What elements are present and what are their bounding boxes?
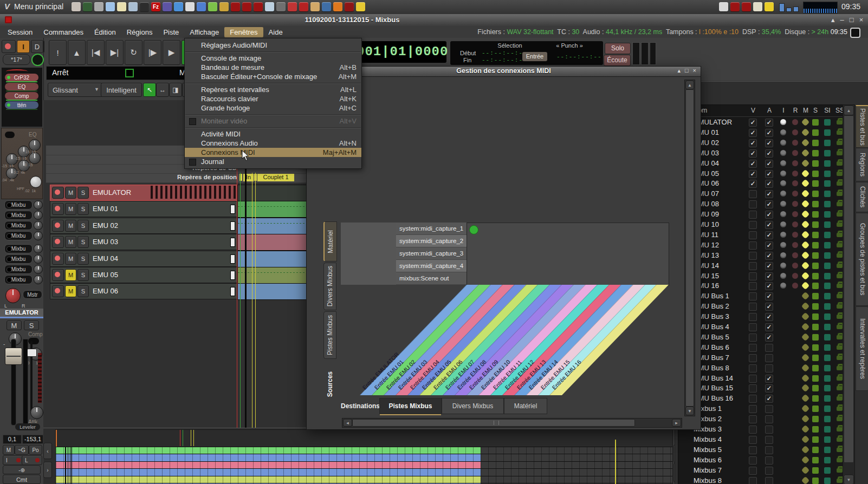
solo-isolate-icon[interactable] (824, 324, 831, 330)
list-row-mixbus-3[interactable]: Mixbus 3 (678, 424, 843, 434)
mute-icon[interactable] (801, 455, 810, 464)
active-checkbox[interactable]: ✓ (765, 384, 773, 393)
list-row-emu-bus-14[interactable]: EMU Bus 14✓ (678, 373, 843, 383)
active-checkbox[interactable] (765, 364, 773, 372)
search-icon[interactable] (106, 2, 115, 11)
list-row-emu-bus-1[interactable]: EMU Bus 1✓ (678, 291, 843, 301)
visible-checkbox[interactable]: ✓ (749, 170, 757, 178)
visible-checkbox[interactable]: ✓ (749, 149, 757, 158)
active-checkbox[interactable]: ✓ (765, 303, 773, 311)
solo-icon[interactable] (812, 344, 819, 351)
active-checkbox[interactable]: ✓ (765, 200, 773, 208)
menu-item-activit-midi[interactable]: Activité MIDI (185, 129, 361, 139)
solo-icon[interactable] (812, 375, 819, 382)
solo-lock-icon[interactable] (837, 458, 843, 462)
column-header-ss[interactable]: SS (835, 107, 843, 114)
strip-rec-button[interactable] (2, 40, 16, 53)
track-mute-button[interactable]: M (65, 203, 76, 215)
solo-isolate-icon[interactable] (824, 355, 831, 361)
solo-lock-icon[interactable] (837, 366, 843, 370)
track-solo-button[interactable]: S (77, 253, 89, 265)
solo-isolate-icon[interactable] (824, 252, 831, 259)
send-knob-7[interactable] (34, 265, 43, 274)
active-checkbox[interactable]: ✓ (765, 180, 773, 188)
solo-isolate-icon[interactable] (824, 334, 831, 341)
go-to-start-button[interactable]: |◀ (87, 40, 105, 65)
menu-affichage[interactable]: Affichage (184, 27, 224, 37)
active-checkbox[interactable]: ✓ (765, 252, 773, 260)
rec-enable-icon[interactable] (792, 191, 798, 197)
solo-isolate-icon[interactable] (824, 405, 831, 412)
solo-icon[interactable] (812, 395, 819, 402)
panel-tab-pistes-et-bus[interactable]: Pistes et bus (856, 105, 868, 148)
mute-icon[interactable] (801, 271, 810, 280)
wrench-icon[interactable] (719, 2, 728, 11)
list-row-emu-bus-16[interactable]: EMU Bus 16✓ (678, 393, 843, 403)
active-checkbox[interactable] (765, 354, 773, 362)
visible-checkbox[interactable] (749, 446, 757, 454)
solo-lock-icon[interactable] (837, 181, 843, 186)
visible-checkbox[interactable] (749, 313, 757, 321)
column-header-m[interactable]: M (801, 107, 810, 114)
active-checkbox[interactable]: ✓ (765, 129, 773, 137)
red-cross-icon[interactable] (299, 2, 308, 11)
terminal-icon[interactable] (83, 2, 92, 11)
metronome-button[interactable]: ▲ (68, 40, 86, 65)
solo-icon[interactable] (812, 467, 819, 474)
solo-isolate-icon[interactable] (824, 293, 831, 299)
visible-checkbox[interactable] (749, 252, 757, 260)
solo-icon[interactable] (812, 150, 819, 156)
send-button-8[interactable]: Mixbu (4, 275, 33, 284)
track-solo-button[interactable]: S (77, 220, 89, 232)
mute-icon[interactable] (801, 292, 810, 300)
minimize-button[interactable]: – (840, 16, 844, 24)
solo-isolate-icon[interactable] (824, 191, 831, 197)
midi-input-icon[interactable] (780, 211, 786, 217)
solo-icon[interactable] (812, 242, 819, 248)
list-row-mixbus-8[interactable]: Mixbus 8 (678, 475, 843, 484)
solo-icon[interactable] (812, 313, 819, 320)
chart-icon[interactable] (322, 2, 331, 11)
active-checkbox[interactable]: ✓ (765, 395, 773, 403)
solo-icon[interactable] (812, 405, 819, 412)
solo-isolate-icon[interactable] (824, 263, 831, 269)
track-clip[interactable] (237, 218, 307, 234)
solo-lock-icon[interactable] (837, 202, 843, 206)
list-row-emu-14[interactable]: EMU 14✓ (678, 260, 843, 271)
track-rec-button[interactable] (52, 220, 64, 232)
list-scrollbar[interactable]: ▲▼ (843, 104, 855, 484)
mute-icon[interactable] (801, 476, 810, 484)
visible-checkbox[interactable] (749, 364, 757, 372)
active-checkbox[interactable]: ✓ (765, 221, 773, 229)
strip-name-plate[interactable]: EMULATOR (0, 309, 43, 317)
track-solo-button[interactable]: S (77, 187, 89, 199)
send-knob-3[interactable] (34, 221, 43, 230)
mute-icon[interactable] (801, 189, 810, 198)
punch-value[interactable]: --:--:--:-- (556, 54, 602, 60)
visible-checkbox[interactable]: ✓ (749, 129, 757, 137)
visible-checkbox[interactable] (749, 375, 757, 383)
track-header-emu-06[interactable]: MSEMU 06 (50, 283, 238, 299)
plugin-ttén[interactable]: ttén (5, 101, 38, 109)
midi-input-icon[interactable] (780, 180, 786, 186)
midi-input-icon[interactable] (780, 119, 786, 125)
visible-checkbox[interactable] (749, 200, 757, 208)
solo-isolate-icon[interactable] (824, 180, 831, 187)
rec-enable-icon[interactable] (792, 180, 798, 186)
track-rec-button[interactable] (52, 236, 64, 248)
track-clip[interactable] (237, 185, 307, 201)
marker-couplet[interactable]: Couplet 1 (257, 174, 294, 181)
rec-enable-icon[interactable] (792, 129, 798, 135)
dialog-tab-matériel[interactable]: Matériel (323, 221, 337, 261)
solo-isolate-icon[interactable] (824, 283, 831, 289)
destinations-tab-pistes-mixbus[interactable]: Pistes Mixbus (379, 398, 442, 414)
list-row-emu-bus-15[interactable]: EMU Bus 15✓ (678, 383, 843, 393)
scroll-right-icon[interactable]: ▸ (672, 419, 681, 427)
visible-checkbox[interactable] (749, 467, 757, 475)
solo-icon[interactable] (812, 324, 819, 330)
visible-checkbox[interactable] (749, 292, 757, 300)
send-knob-8[interactable] (34, 275, 43, 284)
pen-icon[interactable] (219, 2, 229, 11)
package-gear-icon[interactable] (94, 2, 103, 11)
solo-isolate-icon[interactable] (824, 119, 831, 126)
